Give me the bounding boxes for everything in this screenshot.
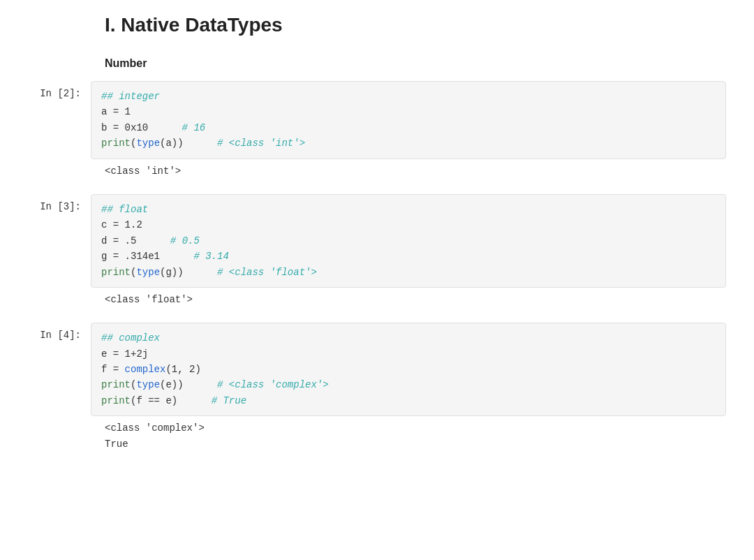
- cell-4: In [4]: ## complex e = 1+2j f = complex(…: [28, 323, 726, 416]
- code-line: a = 1: [101, 104, 716, 119]
- code-line: print(type(e)) # <class 'complex'>: [101, 377, 716, 392]
- code-line: print(f == e) # True: [101, 393, 716, 408]
- code-comment: ## float: [101, 202, 716, 217]
- cell-output-4: <class 'complex'>True: [28, 420, 726, 452]
- cell-label-3: In [3]:: [28, 194, 91, 212]
- cell-code-2[interactable]: ## integer a = 1 b = 0x10 # 16 print(typ…: [91, 81, 726, 159]
- code-line: d = .5 # 0.5: [101, 233, 716, 249]
- page-title: I. Native DataTypes: [28, 14, 726, 36]
- cell-code-4[interactable]: ## complex e = 1+2j f = complex(1, 2) pr…: [91, 323, 726, 416]
- cell-2: In [2]: ## integer a = 1 b = 0x10 # 16 p…: [28, 81, 726, 159]
- code-line: e = 1+2j: [101, 346, 716, 362]
- code-line: f = complex(1, 2): [101, 362, 716, 377]
- code-line: g = .314e1 # 3.14: [101, 249, 716, 264]
- code-line: b = 0x10 # 16: [101, 120, 716, 135]
- code-line: print(type(a)) # <class 'int'>: [101, 135, 716, 151]
- code-line: print(type(g)) # <class 'float'>: [101, 265, 716, 280]
- code-comment: ## complex: [101, 330, 716, 346]
- cell-3: In [3]: ## float c = 1.2 d = .5 # 0.5 g …: [28, 194, 726, 288]
- section-heading-number: Number: [28, 57, 726, 70]
- cell-code-3[interactable]: ## float c = 1.2 d = .5 # 0.5 g = .314e1…: [91, 194, 726, 288]
- cell-output-2: <class 'int'>: [28, 163, 726, 179]
- cell-output-3: <class 'float'>: [28, 292, 726, 307]
- code-line: c = 1.2: [101, 217, 716, 233]
- cell-label-2: In [2]:: [28, 81, 91, 99]
- cell-label-4: In [4]:: [28, 323, 91, 341]
- code-comment: ## integer: [101, 89, 716, 104]
